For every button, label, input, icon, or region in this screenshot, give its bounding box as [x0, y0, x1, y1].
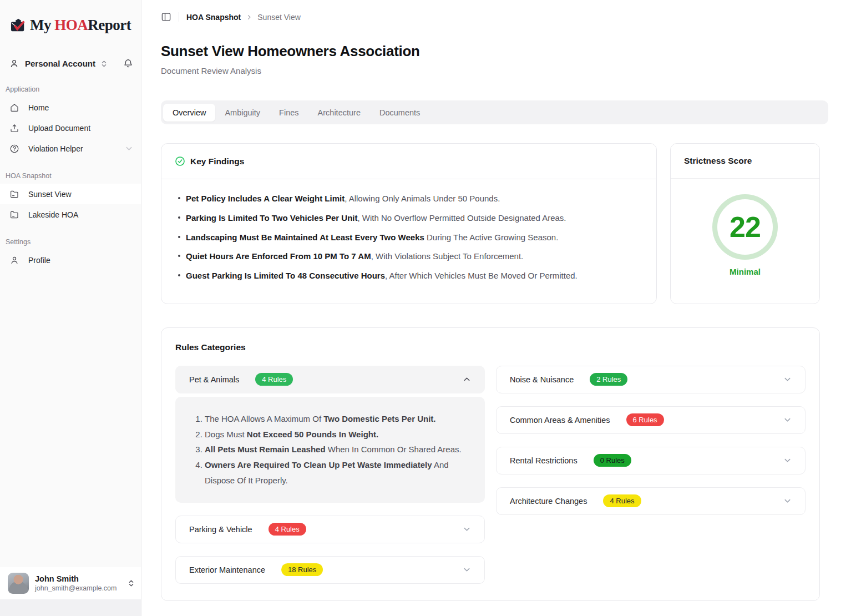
user-menu[interactable]: John Smith john_smith@example.com	[0, 567, 141, 599]
rules-column-right: Noise & Nuisance2 RulesCommon Areas & Am…	[496, 366, 806, 515]
upload-icon	[9, 123, 19, 133]
category-name: Common Areas & Amenities	[510, 416, 610, 425]
category-name: Exterior Maintenance	[189, 565, 265, 574]
category-parking-vehicle[interactable]: Parking & Vehicle4 Rules	[175, 516, 485, 543]
category-name: Pet & Animals	[189, 375, 239, 384]
chevron-down-icon	[463, 565, 471, 574]
account-label: Personal Account	[25, 59, 95, 68]
chevron-down-icon	[783, 375, 792, 383]
avatar	[8, 573, 29, 594]
category-block-rental-restrictions: Rental Restrictions0 Rules	[496, 447, 806, 474]
sidebar-section-label: Settings	[0, 238, 141, 250]
finding-item: Guest Parking Is Limited To 48 Consecuti…	[176, 270, 642, 282]
sidebar: My HOAReport Personal Account Applicatio…	[0, 0, 141, 616]
chevron-updown-icon	[101, 60, 107, 68]
category-common-areas-amenities[interactable]: Common Areas & Amenities6 Rules	[496, 406, 806, 434]
category-block-noise-nuisance: Noise & Nuisance2 Rules	[496, 366, 806, 393]
tab-overview[interactable]: Overview	[163, 104, 215, 122]
rule-count-badge: 4 Rules	[255, 373, 293, 386]
user-name: John Smith	[35, 574, 116, 583]
sidebar-section-label: HOA Snapshot	[0, 172, 141, 184]
rule-item: The HOA Allows A Maximum Of Two Domestic…	[205, 411, 473, 427]
chevron-down-icon	[783, 497, 792, 505]
category-rental-restrictions[interactable]: Rental Restrictions0 Rules	[496, 447, 806, 474]
rule-count-badge: 4 Rules	[269, 523, 306, 536]
rules-categories-title: Rules Categories	[175, 342, 806, 352]
sidebar-item-label: Lakeside HOA	[28, 210, 78, 219]
folder-icon	[9, 210, 19, 220]
chevron-down-icon	[125, 144, 133, 153]
notifications-bell-icon[interactable]	[123, 58, 133, 69]
sidebar-item-profile[interactable]: Profile	[0, 250, 141, 270]
sidebar-footer-strip	[0, 599, 141, 616]
page-subtitle: Document Review Analysis	[161, 66, 820, 75]
category-block-parking-vehicle: Parking & Vehicle4 Rules	[175, 516, 485, 543]
folder-icon	[9, 189, 19, 199]
logo-envelope-icon	[10, 18, 27, 33]
chevron-right-icon	[246, 14, 252, 21]
user-info: John Smith john_smith@example.com	[35, 574, 116, 592]
category-name: Architecture Changes	[510, 497, 587, 506]
sidebar-item-violation-helper[interactable]: Violation Helper	[0, 138, 141, 159]
sidebar-item-label: Upload Document	[28, 124, 90, 133]
category-name: Rental Restrictions	[510, 456, 578, 465]
sidebar-toggle-icon[interactable]	[161, 12, 171, 22]
tab-fines[interactable]: Fines	[270, 104, 308, 122]
tab-documents[interactable]: Documents	[370, 104, 429, 122]
sidebar-item-label: Home	[28, 103, 49, 112]
sidebar-item-sunset-view[interactable]: Sunset View	[0, 184, 141, 204]
rules-categories-card: Rules Categories Pet & Animals4 RulesThe…	[161, 327, 820, 601]
category-architecture-changes[interactable]: Architecture Changes4 Rules	[496, 487, 806, 515]
score-ring: 22	[712, 194, 778, 260]
sidebar-item-home[interactable]: Home	[0, 97, 141, 118]
chevron-down-icon	[783, 456, 792, 464]
sidebar-section: HOA SnapshotSunset ViewLakeside HOA	[0, 172, 141, 225]
breadcrumb: HOA Snapshot Sunset View	[186, 13, 301, 22]
breadcrumb-current: Sunset View	[257, 13, 301, 22]
home-icon	[9, 103, 19, 113]
tab-ambiguity[interactable]: Ambiguity	[215, 104, 270, 122]
check-circle-icon	[175, 156, 185, 166]
user-icon	[9, 255, 19, 265]
finding-item: Landscaping Must Be Maintained At Least …	[176, 231, 642, 244]
tab-bar: OverviewAmbiguityFinesArchitectureDocume…	[161, 100, 828, 124]
sidebar-item-lakeside-hoa[interactable]: Lakeside HOA	[0, 204, 141, 225]
sidebar-item-label: Sunset View	[28, 190, 72, 199]
divider	[179, 12, 179, 22]
account-switcher[interactable]: Personal Account	[9, 58, 133, 69]
rules-column-left: Pet & Animals4 RulesThe HOA Allows A Max…	[175, 366, 485, 584]
category-details: The HOA Allows A Maximum Of Two Domestic…	[175, 397, 485, 503]
logo-wordmark: My HOAReport	[30, 17, 131, 34]
finding-item: Quiet Hours Are Enforced From 10 PM To 7…	[176, 250, 642, 262]
sidebar-nav: ApplicationHomeUpload DocumentViolation …	[0, 85, 141, 567]
category-block-architecture-changes: Architecture Changes4 Rules	[496, 487, 806, 515]
sidebar-item-label: Profile	[28, 256, 50, 265]
breadcrumb-parent[interactable]: HOA Snapshot	[186, 13, 241, 22]
key-findings-title: Key Findings	[190, 156, 244, 166]
score-value: 22	[730, 210, 761, 244]
strictness-header: Strictness Score	[671, 144, 819, 179]
chevron-up-icon	[463, 375, 471, 383]
strictness-title: Strictness Score	[684, 156, 752, 166]
chevron-down-icon	[463, 525, 471, 533]
user-email: john_smith@example.com	[35, 584, 116, 592]
rule-count-badge: 18 Rules	[281, 563, 323, 576]
rule-item: All Pets Must Remain Leashed When In Com…	[205, 442, 473, 457]
tab-architecture[interactable]: Architecture	[308, 104, 370, 122]
category-pet-animals[interactable]: Pet & Animals4 Rules	[175, 366, 485, 393]
category-noise-nuisance[interactable]: Noise & Nuisance2 Rules	[496, 366, 806, 393]
strictness-score-card: Strictness Score 22 Minimal	[670, 143, 820, 304]
category-block-common-areas-amenities: Common Areas & Amenities6 Rules	[496, 406, 806, 434]
sidebar-section: SettingsProfile	[0, 238, 141, 270]
category-exterior-maintenance[interactable]: Exterior Maintenance18 Rules	[175, 556, 485, 584]
sidebar-section-label: Application	[0, 85, 141, 97]
app-logo[interactable]: My HOAReport	[10, 17, 141, 34]
category-name: Noise & Nuisance	[510, 375, 574, 384]
rule-item: Dogs Must Not Exceed 50 Pounds In Weight…	[205, 427, 473, 442]
sidebar-item-upload-document[interactable]: Upload Document	[0, 118, 141, 138]
sidebar-item-label: Violation Helper	[28, 144, 83, 153]
page-title: Sunset View Homeowners Association	[161, 43, 820, 60]
category-name: Parking & Vehicle	[189, 525, 252, 534]
category-block-pet-animals: Pet & Animals4 RulesThe HOA Allows A Max…	[175, 366, 485, 503]
rule-count-badge: 4 Rules	[603, 494, 641, 507]
